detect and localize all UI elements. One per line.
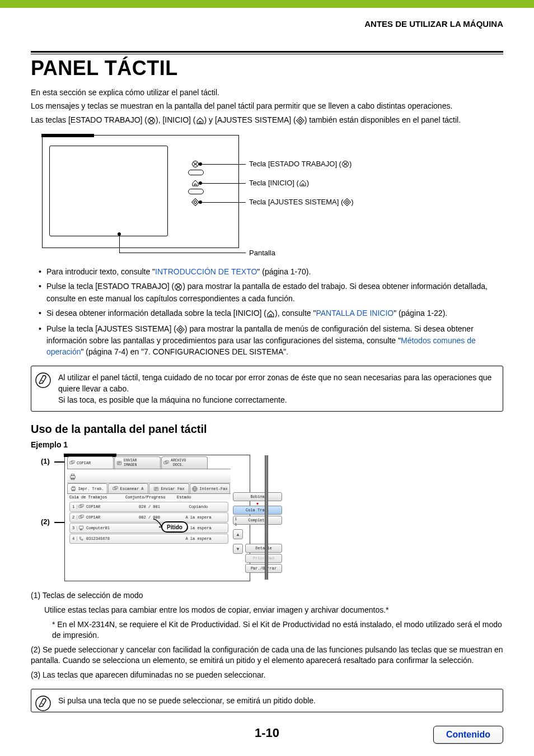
job-status-icon xyxy=(191,160,199,168)
tab-archivo-docs[interactable]: ARCHIVODOCS. xyxy=(161,456,208,469)
side-bobina[interactable]: Bobina xyxy=(233,492,282,501)
side-par-borrar[interactable]: Par./Borrar xyxy=(245,564,282,573)
system-settings-icon xyxy=(176,324,185,335)
label-screen: Pantalla xyxy=(249,249,275,257)
note-icon xyxy=(35,695,51,715)
numbered-explanations: (1) Teclas de selección de modo Utilice … xyxy=(31,590,503,680)
home-icon xyxy=(266,308,275,319)
pill-key xyxy=(188,170,204,175)
phone-icon xyxy=(77,536,85,542)
tab-enviar-imagen[interactable]: ENVIARIMAGEN xyxy=(114,456,161,469)
pitido-callout: Pitido xyxy=(161,521,188,533)
pc-icon xyxy=(77,525,85,531)
scroll-down-button[interactable]: ▼ xyxy=(233,544,243,554)
example-1-heading: Ejemplo 1 xyxy=(31,440,503,449)
system-settings-icon xyxy=(191,198,199,206)
page-number: 1-10 xyxy=(255,726,279,740)
device-screen xyxy=(49,146,168,236)
side-prioridad: Prioridad xyxy=(245,554,282,563)
link-pantalla-inicio[interactable]: PANTALLA DE INICIO xyxy=(316,309,394,318)
intro-p1: En esta sección se explica cómo utilizar… xyxy=(31,87,503,98)
note-box-double-beep: Si pulsa una tecla que no se puede selec… xyxy=(31,689,503,712)
label-job-status: Tecla [ESTADO TRABAJO] () xyxy=(249,160,352,169)
callout-1: (1) xyxy=(41,457,50,465)
link-intro-texto[interactable]: INTRODUCCIÓN DE TEXTO xyxy=(155,267,257,276)
callout-2: (2) xyxy=(41,517,50,526)
job-status-icon xyxy=(147,115,156,126)
table-row[interactable]: 3Computer01A la espera xyxy=(69,523,228,533)
printer-icon xyxy=(69,473,76,482)
copy-icon xyxy=(77,515,85,520)
subtab-enviar-fax[interactable]: Enviar Fax xyxy=(149,483,189,493)
home-icon xyxy=(191,179,199,187)
copy-icon xyxy=(77,504,85,510)
subtab-impr-trab[interactable]: Impr. Trab. xyxy=(67,483,107,493)
home-icon xyxy=(196,115,204,126)
scroll-up-button[interactable]: ▲ xyxy=(233,529,243,539)
note-box-caution: Al utilizar el panel táctil, tenga cuida… xyxy=(31,366,503,412)
job-status-icon xyxy=(174,281,182,292)
label-home: Tecla [INICIO] () xyxy=(249,179,309,188)
pill-key xyxy=(188,189,204,194)
device-diagram: Tecla [ESTADO TRABAJO] () Tecla [INICIO]… xyxy=(31,135,503,258)
side-cola-trab[interactable]: Cola Trab. xyxy=(233,506,282,515)
subtab-escanear-a[interactable]: Escanear A xyxy=(108,483,148,493)
page-title: PANEL TÁCTIL xyxy=(31,57,503,80)
contents-link-button[interactable]: Contenido xyxy=(433,726,503,744)
tab-copiar[interactable]: COPIAR xyxy=(67,456,114,469)
side-detalle[interactable]: Detalle xyxy=(245,544,282,553)
subtab-internet-fax[interactable]: Internet-Fax xyxy=(190,483,230,493)
intro-p2: Los mensajes y teclas se muestran en la … xyxy=(31,100,503,111)
table-row[interactable]: 2COPIAR002 / 000A la espera xyxy=(69,512,228,522)
top-accent-strip xyxy=(0,0,534,8)
bullet-list: •Para introducir texto, consulte "INTROD… xyxy=(31,266,503,358)
table-row[interactable]: 1COPIAR020 / 001Copiando xyxy=(69,502,228,512)
touch-panel-figure: (1) (2) (3) COPIAR ENVIARIMAGEN ARCHIVOD… xyxy=(31,455,503,584)
section-usage-title: Uso de la pantalla del panel táctil xyxy=(31,423,503,436)
table-row[interactable]: 40312345678A la espera xyxy=(69,534,228,544)
intro-p3: Las teclas [ESTADO TRABAJO] (), [INICIO]… xyxy=(31,114,503,126)
label-system: Tecla [AJUSTES SISTEMA] () xyxy=(249,198,354,207)
section-header: ANTES DE UTILIZAR LA MÁQUINA xyxy=(31,19,503,29)
note-icon xyxy=(35,372,51,391)
system-settings-icon xyxy=(296,115,305,126)
